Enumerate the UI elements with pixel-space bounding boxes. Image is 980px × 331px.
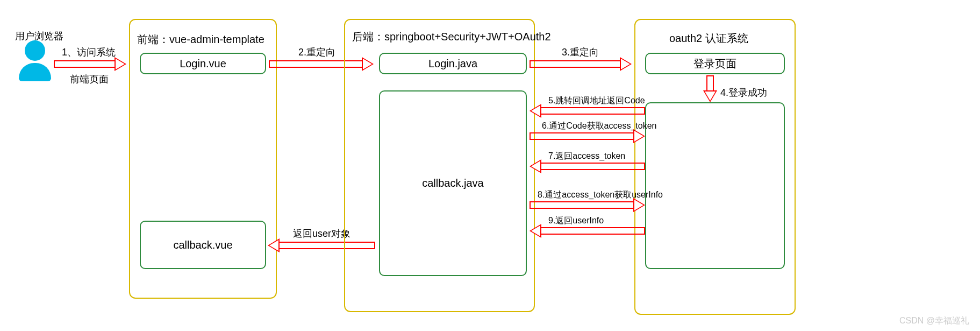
backend-callback-box: callback.java	[379, 90, 527, 276]
backend-login-box: Login.java	[379, 53, 527, 74]
arrow-return-label: 返回user对象	[293, 227, 350, 240]
step7-label: 7.返回access_token	[548, 151, 625, 162]
arrow-step3	[530, 58, 632, 70]
frontend-callback-box: callback.vue	[140, 221, 266, 269]
user-icon	[19, 40, 51, 83]
oauth-title: oauth2 认证系统	[669, 31, 748, 46]
watermark: CSDN @幸福巡礼	[899, 315, 969, 327]
frontend-title: 前端：vue-admin-template	[137, 32, 264, 47]
arrow3-label: 3.重定向	[562, 46, 599, 59]
oauth-empty-box	[645, 102, 785, 269]
step8-label: 8.通过access_token获取userInfo	[538, 189, 663, 201]
arrow-step9	[530, 225, 645, 237]
step6-label: 6.通过Code获取access_token	[542, 121, 656, 132]
arrow-step6	[530, 130, 645, 142]
arrow-step4	[704, 75, 716, 102]
backend-title: 后端：springboot+Security+JWT+OAuth2	[352, 30, 551, 44]
arrow1-sub: 前端页面	[70, 73, 109, 86]
arrow-step7	[530, 160, 645, 172]
arrow-step5	[530, 105, 645, 117]
arrow-step1	[54, 58, 126, 70]
frontend-login-box: Login.vue	[140, 53, 266, 74]
arrow1-label: 1、访问系统	[62, 46, 116, 59]
oauth-login-box: 登录页面	[645, 53, 785, 74]
arrow-step8	[530, 199, 645, 211]
step5-label: 5.跳转回调地址返回Code	[548, 95, 645, 107]
arrow2-label: 2.重定向	[298, 46, 335, 59]
step9-label: 9.返回userInfo	[548, 215, 604, 227]
arrow4-label: 4.登录成功	[720, 86, 767, 99]
